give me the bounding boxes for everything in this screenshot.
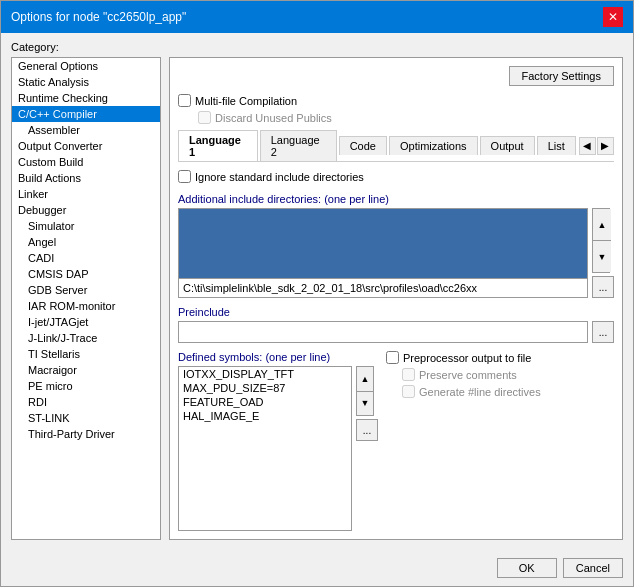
symbols-scroll-down[interactable]: ▼ — [357, 392, 373, 416]
category-item-ijet-jtagjet[interactable]: I-jet/JTAGjet — [12, 314, 160, 330]
tab-nav-next[interactable]: ▶ — [597, 137, 614, 155]
defined-symbols-col: Defined symbols: (one per line) IOTXX_DI… — [178, 351, 378, 531]
include-scroll-up[interactable]: ▲ — [593, 209, 611, 241]
include-dirs-scroll[interactable] — [179, 209, 587, 278]
category-item-general-options[interactable]: General Options — [12, 58, 160, 74]
preinclude-label: Preinclude — [178, 306, 614, 318]
dialog-footer: OK Cancel — [1, 550, 633, 586]
include-dirs-container: C:\ti\simplelink\ble_sdk_2_02_01_18\src\… — [178, 208, 614, 298]
factory-btn-row: Factory Settings — [178, 66, 614, 86]
category-item-iar-rom-monitor[interactable]: IAR ROM-monitor — [12, 298, 160, 314]
category-item-macraigor[interactable]: Macraigor — [12, 362, 160, 378]
symbols-ellipsis-btn[interactable]: ... — [356, 419, 378, 441]
ignore-row: Ignore standard include directories — [178, 170, 614, 183]
tab-list[interactable]: List — [537, 136, 576, 155]
category-item-third-party-driver[interactable]: Third-Party Driver — [12, 426, 160, 442]
category-item-build-actions[interactable]: Build Actions — [12, 170, 160, 186]
category-item-ti-stellaris[interactable]: TI Stellaris — [12, 346, 160, 362]
title-bar: Options for node "cc2650lp_app" ✕ — [1, 1, 633, 33]
multifile-row: Multi-file Compilation — [178, 94, 614, 107]
dialog-title: Options for node "cc2650lp_app" — [11, 10, 186, 24]
factory-settings-button[interactable]: Factory Settings — [509, 66, 614, 86]
ignore-std-checkbox[interactable] — [178, 170, 191, 183]
cancel-button[interactable]: Cancel — [563, 558, 623, 578]
category-item-cmsis-dap[interactable]: CMSIS DAP — [12, 266, 160, 282]
category-item-custom-build[interactable]: Custom Build — [12, 154, 160, 170]
tab-language2[interactable]: Language 2 — [260, 130, 337, 161]
preinclude-browse-btn[interactable]: ... — [592, 321, 614, 343]
category-item-pe-micro[interactable]: PE micro — [12, 378, 160, 394]
preserve-comments-row: Preserve comments — [402, 368, 541, 381]
include-dir-path: C:\ti\simplelink\ble_sdk_2_02_01_18\src\… — [179, 278, 587, 297]
category-item-angel[interactable]: Angel — [12, 234, 160, 250]
category-panel: General OptionsStatic AnalysisRuntime Ch… — [11, 57, 161, 540]
category-item-output-converter[interactable]: Output Converter — [12, 138, 160, 154]
tab-code[interactable]: Code — [339, 136, 387, 155]
include-scroll-container: ▲ ▼ — [592, 208, 610, 273]
symbols-scroll-container: ▲ ▼ — [356, 366, 374, 416]
category-item-linker[interactable]: Linker — [12, 186, 160, 202]
preserve-comments-label: Preserve comments — [419, 369, 517, 381]
include-side-btns: ▲ ▼ ... — [592, 208, 614, 298]
symbol-item: IOTXX_DISPLAY_TFT — [179, 367, 351, 381]
preprocessor-options: Preprocessor output to file Preserve com… — [386, 351, 541, 531]
multifile-label: Multi-file Compilation — [195, 95, 297, 107]
content-area: General OptionsStatic AnalysisRuntime Ch… — [11, 57, 623, 540]
category-item-debugger[interactable]: Debugger — [12, 202, 160, 218]
category-item-assembler[interactable]: Assembler — [12, 122, 160, 138]
dialog: Options for node "cc2650lp_app" ✕ Catego… — [0, 0, 634, 587]
category-item-cadi[interactable]: CADI — [12, 250, 160, 266]
discard-checkbox[interactable] — [198, 111, 211, 124]
hashline-checkbox[interactable] — [402, 385, 415, 398]
dialog-body: Category: General OptionsStatic Analysis… — [1, 33, 633, 550]
ok-button[interactable]: OK — [497, 558, 557, 578]
tabs-row: Language 1Language 2CodeOptimizationsOut… — [178, 130, 614, 162]
category-item-rdi[interactable]: RDI — [12, 394, 160, 410]
close-button[interactable]: ✕ — [603, 7, 623, 27]
preprocessor-output-row: Preprocessor output to file — [386, 351, 541, 364]
include-ellipsis-btn[interactable]: ... — [592, 276, 614, 298]
category-item-static-analysis[interactable]: Static Analysis — [12, 74, 160, 90]
category-item-st-link[interactable]: ST-LINK — [12, 410, 160, 426]
category-item-jlink-jtrace[interactable]: J-Link/J-Trace — [12, 330, 160, 346]
tab-optimizations[interactable]: Optimizations — [389, 136, 478, 155]
ignore-std-label: Ignore standard include directories — [195, 171, 364, 183]
symbols-box: IOTXX_DISPLAY_TFTMAX_PDU_SIZE=87FEATURE_… — [178, 366, 378, 531]
category-label: Category: — [11, 41, 623, 53]
symbols-side-btns: ▲ ▼ ... — [356, 366, 378, 531]
section-content: Ignore standard include directories Addi… — [178, 170, 614, 531]
tab-nav-prev[interactable]: ◀ — [579, 137, 596, 155]
multifile-checkbox[interactable] — [178, 94, 191, 107]
include-dirs-inner: C:\ti\simplelink\ble_sdk_2_02_01_18\src\… — [178, 208, 588, 298]
tab-output[interactable]: Output — [480, 136, 535, 155]
discard-label: Discard Unused Publics — [215, 112, 332, 124]
tab-language1[interactable]: Language 1 — [178, 130, 258, 161]
preserve-comments-checkbox[interactable] — [402, 368, 415, 381]
category-item-c-cpp-compiler[interactable]: C/C++ Compiler — [12, 106, 160, 122]
category-item-simulator[interactable]: Simulator — [12, 218, 160, 234]
preinclude-input[interactable] — [178, 321, 588, 343]
defined-symbols-label: Defined symbols: (one per line) — [178, 351, 378, 363]
include-dirs-label: Additional include directories: (one per… — [178, 193, 614, 205]
symbol-item: MAX_PDU_SIZE=87 — [179, 381, 351, 395]
preinclude-row: ... — [178, 321, 614, 343]
preprocessor-output-checkbox[interactable] — [386, 351, 399, 364]
hashline-row: Generate #line directives — [402, 385, 541, 398]
category-item-gdb-server[interactable]: GDB Server — [12, 282, 160, 298]
preprocessor-output-label: Preprocessor output to file — [403, 352, 531, 364]
category-item-runtime-checking[interactable]: Runtime Checking — [12, 90, 160, 106]
hashline-label: Generate #line directives — [419, 386, 541, 398]
defined-symbols-area: Defined symbols: (one per line) IOTXX_DI… — [178, 351, 614, 531]
symbol-item: FEATURE_OAD — [179, 395, 351, 409]
symbols-list[interactable]: IOTXX_DISPLAY_TFTMAX_PDU_SIZE=87FEATURE_… — [178, 366, 352, 531]
symbols-scroll-up[interactable]: ▲ — [357, 367, 373, 392]
symbol-item: HAL_IMAGE_E — [179, 409, 351, 423]
discard-row: Discard Unused Publics — [198, 111, 614, 124]
main-panel: Factory Settings Multi-file Compilation … — [169, 57, 623, 540]
include-scroll-down[interactable]: ▼ — [593, 241, 611, 272]
